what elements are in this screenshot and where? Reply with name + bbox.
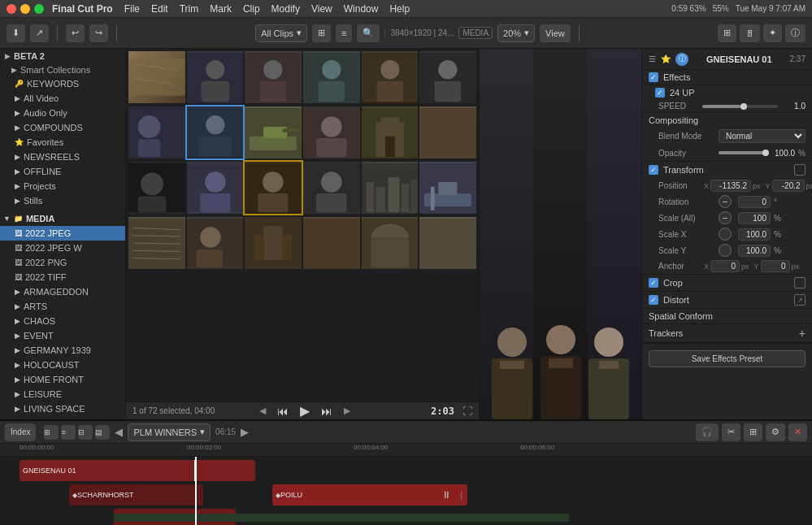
position-y-input[interactable]	[772, 180, 805, 192]
menu-edit[interactable]: Edit	[151, 3, 168, 15]
clip-list-btn[interactable]: ≡	[336, 24, 352, 42]
thumb-r3-3[interactable]	[245, 162, 302, 214]
thumb-portrait-5[interactable]	[419, 51, 476, 103]
view-btn[interactable]: View	[540, 24, 571, 42]
thumb-old-photo[interactable]	[419, 106, 476, 158]
compositing-header[interactable]: Compositing	[642, 113, 812, 128]
thumb-dome[interactable]	[362, 217, 419, 269]
sidebar-item-armageddon[interactable]: ▶ ARMAGEDDON	[0, 284, 125, 299]
index-btn[interactable]: Index	[5, 423, 36, 441]
sidebar-item-favorites[interactable]: ⭐ Favorites	[0, 135, 125, 150]
sidebar-item-holocaust[interactable]: ▶ HOLOCAUST	[0, 358, 125, 372]
sidebar-item-living-space[interactable]: ▶ LIVING SPACE	[0, 401, 125, 416]
thumb-r2-1[interactable]	[128, 106, 185, 158]
traffic-light-green[interactable]	[34, 4, 44, 14]
save-effects-preset-btn[interactable]: Save Effects Preset	[649, 350, 805, 367]
menu-modify[interactable]: Modify	[271, 3, 300, 15]
sidebar-item-newsreels[interactable]: ▶ NEWSREELS	[0, 150, 125, 164]
undo-btn[interactable]: ↩	[66, 24, 85, 42]
timeline-sequence-name[interactable]: PLM WINNERS ▾	[128, 423, 211, 441]
rotation-knob[interactable]	[719, 195, 732, 208]
thumb-r3-2[interactable]	[187, 162, 244, 214]
menu-trim[interactable]: Trim	[180, 3, 199, 15]
menu-app[interactable]: Final Cut Pro	[52, 3, 113, 15]
timeline-view-4[interactable]: ▤	[95, 425, 110, 440]
distort-header[interactable]: ✓ Distort ↗	[642, 292, 812, 308]
thumb-r4-3[interactable]	[245, 217, 302, 269]
next-btn[interactable]: ▶	[344, 406, 350, 416]
inspector-filter-btn[interactable]: ☰	[649, 54, 656, 63]
timeline-view-3[interactable]: ⊟	[78, 425, 93, 440]
sidebar-item-home-front[interactable]: ▶ HOME FRONT	[0, 372, 125, 387]
thumb-portrait-2[interactable]	[245, 51, 302, 103]
timeline-close-btn[interactable]: ✕	[788, 423, 807, 441]
transform-header[interactable]: ✓ Transform	[642, 162, 812, 178]
info-btn[interactable]: ⓘ	[785, 24, 805, 42]
share-btn[interactable]: ↗	[30, 24, 49, 42]
fullscreen-btn[interactable]: ⛶	[462, 406, 472, 417]
thumb-city[interactable]	[362, 162, 419, 214]
thumb-r3-1[interactable]	[128, 162, 185, 214]
effects-checkbox[interactable]: ✓	[649, 72, 658, 82]
scale-x-knob[interactable]	[719, 228, 732, 241]
clip-scharnhorst[interactable]: ◆ SCHARNHORST	[69, 484, 203, 505]
menu-clip[interactable]: Clip	[243, 3, 260, 15]
thumb-building[interactable]	[362, 106, 419, 158]
crop-header[interactable]: ✓ Crop	[642, 275, 812, 291]
thumb-r4-1[interactable]	[128, 217, 185, 269]
anchor-y-input[interactable]	[761, 260, 790, 272]
sidebar-item-germany[interactable]: ▶ GERMANY 1939	[0, 343, 125, 358]
sidebar-item-event[interactable]: ▶ EVENT	[0, 328, 125, 343]
thumb-portrait-4[interactable]	[362, 51, 419, 103]
timeline-arrow-left[interactable]: ◀	[115, 426, 123, 438]
24up-header[interactable]: ✓ 24 UP	[642, 85, 812, 100]
traffic-light-yellow[interactable]	[20, 4, 30, 14]
scale-x-input[interactable]	[738, 228, 771, 241]
smart-collections-item[interactable]: ▶ Smart Collections	[0, 63, 125, 76]
sidebar-item-2022-tiff[interactable]: 🖼 2022 TIFF	[0, 270, 125, 284]
play-back-btn[interactable]: ⏮	[277, 405, 289, 418]
effects-header[interactable]: ✓ Effects	[642, 70, 812, 85]
search-btn[interactable]: 🔍	[357, 24, 380, 42]
timeline-view-1[interactable]: ⊞	[44, 425, 59, 440]
import-btn[interactable]: ⬇	[7, 24, 25, 42]
clip-view-btn[interactable]: ⊞	[312, 24, 331, 42]
timeline-arrow-right[interactable]: ▶	[241, 426, 249, 438]
menu-mark[interactable]: Mark	[210, 3, 232, 15]
scale-knob[interactable]	[719, 211, 732, 224]
sidebar-item-chads[interactable]: ▶ ChaDS	[0, 416, 125, 419]
play-btn[interactable]: ▶	[300, 403, 310, 419]
thumb-portrait-1[interactable]	[187, 51, 244, 103]
trackers-header[interactable]: Trackers +	[642, 324, 812, 342]
crop-checkbox[interactable]: ✓	[649, 278, 658, 288]
timeline-settings-btn[interactable]: ⚙	[766, 423, 785, 441]
inspector-toggle[interactable]: ⊞	[718, 24, 736, 42]
scale-all-input[interactable]	[738, 212, 771, 224]
position-x-input[interactable]	[710, 180, 751, 192]
sidebar-item-compounds[interactable]: ▶ COMPOUNDS	[0, 120, 125, 135]
thumb-map[interactable]	[128, 51, 185, 103]
timeline-connect-btn[interactable]: ⊞	[744, 423, 762, 441]
play-fwd-btn[interactable]: ⏭	[321, 405, 332, 418]
traffic-light-red[interactable]	[7, 4, 16, 14]
thumb-r3-4[interactable]	[303, 162, 360, 214]
thumb-r4-4[interactable]	[303, 217, 360, 269]
menu-window[interactable]: Window	[344, 3, 379, 15]
scale-y-knob[interactable]	[719, 244, 732, 257]
inspector-star-btn[interactable]: ⭐	[661, 54, 671, 63]
blend-mode-select[interactable]: Normal Multiply Screen	[719, 129, 805, 143]
spatial-header[interactable]: Spatial Conform	[642, 309, 812, 323]
rotation-input[interactable]	[738, 196, 771, 208]
beta-header[interactable]: ▶ BETA 2	[0, 49, 125, 63]
thumb-r4-6[interactable]	[419, 217, 476, 269]
transform-checkbox[interactable]: ✓	[649, 165, 658, 175]
sidebar-item-leisure[interactable]: ▶ LEISURE	[0, 387, 125, 401]
speed-slider[interactable]	[702, 105, 778, 108]
thumb-portrait-3[interactable]	[303, 51, 360, 103]
inspector-info-btn[interactable]: ⓘ	[675, 53, 688, 66]
menu-view[interactable]: View	[311, 3, 332, 15]
timeline-blade-btn[interactable]: ✂	[722, 423, 740, 441]
sidebar-item-chaos[interactable]: ▶ CHAOS	[0, 314, 125, 328]
distort-checkbox[interactable]: ✓	[649, 295, 658, 305]
thumb-r2-4[interactable]	[303, 106, 360, 158]
